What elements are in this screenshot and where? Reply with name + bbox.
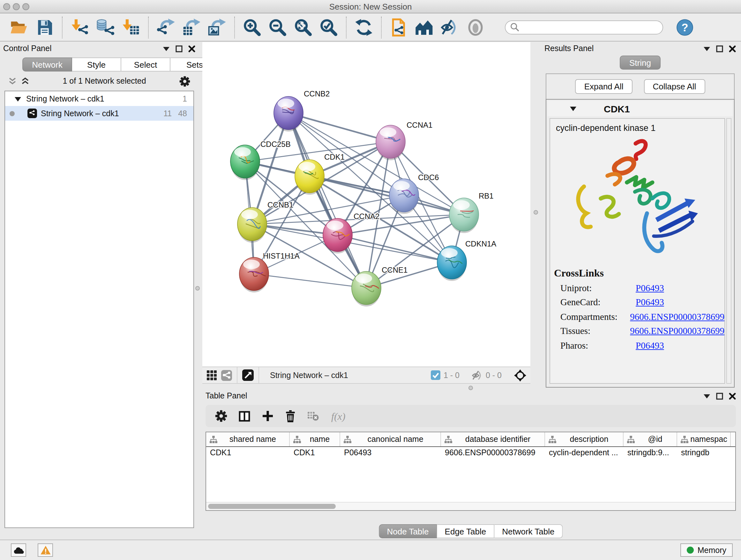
open-session-icon[interactable]: [9, 17, 29, 37]
search-box[interactable]: [505, 20, 663, 34]
save-session-icon[interactable]: [35, 17, 55, 37]
column-header-description[interactable]: description: [545, 432, 623, 446]
table-cell[interactable]: 9606.ENSP00000378699: [441, 447, 545, 460]
birds-eye-view-icon[interactable]: [242, 369, 254, 381]
table-cell[interactable]: CDK1: [290, 447, 340, 460]
network-view[interactable]: CCNB2 CCNA1 CDC25B CDK1 CDC6 RB1 CCNB1: [202, 42, 530, 367]
undock-panel-icon[interactable]: [176, 45, 183, 52]
table-cell[interactable]: stringdb: [677, 447, 731, 460]
tab-network-table[interactable]: Network Table: [494, 524, 562, 538]
column-header--id[interactable]: @id: [623, 432, 677, 446]
memory-button[interactable]: Memory: [680, 543, 733, 557]
crosslink-link[interactable]: 9606.ENSP00000378699: [630, 311, 724, 322]
zoom-fit-icon[interactable]: [293, 17, 313, 37]
tab-style[interactable]: Style: [72, 57, 121, 71]
protein-card-scrollbar[interactable]: [726, 118, 731, 384]
show-columns-icon[interactable]: [238, 410, 251, 422]
import-database-icon[interactable]: [95, 17, 116, 37]
column-header-namespac[interactable]: namespac: [677, 432, 731, 446]
close-panel-icon[interactable]: [188, 45, 195, 52]
help-icon[interactable]: ?: [675, 17, 695, 37]
toolbar-separator: [381, 16, 382, 38]
grid-view-icon[interactable]: [206, 369, 218, 381]
crosslink-link[interactable]: P06493: [636, 283, 664, 294]
collapse-all-networks-icon[interactable]: [8, 77, 17, 85]
undock-panel-icon[interactable]: [716, 392, 723, 399]
toolbar-separator: [148, 16, 149, 38]
protein-card-header[interactable]: CDK1: [548, 101, 733, 116]
network-canvas[interactable]: CCNB2 CCNA1 CDC25B CDK1 CDC6 RB1 CCNB1: [202, 42, 530, 367]
collection-disclosure-icon[interactable]: [14, 96, 22, 102]
tab-node-table[interactable]: Node Table: [379, 524, 437, 538]
table-row[interactable]: CDK1CDK1P064939606.ENSP00000378699cyclin…: [206, 447, 735, 460]
warning-icon: [40, 545, 51, 555]
collapse-all-button[interactable]: Collapse All: [644, 79, 705, 94]
close-panel-icon[interactable]: [729, 392, 736, 399]
network-node-CCNE1[interactable]: CCNE1: [352, 266, 408, 307]
table-cell[interactable]: CDK1: [206, 447, 290, 460]
create-column-icon[interactable]: [262, 410, 274, 422]
network-edge[interactable]: [288, 113, 366, 288]
network-options-gear-icon[interactable]: [179, 76, 190, 86]
network-collection-row[interactable]: String Network – cdk1 1: [5, 91, 193, 106]
column-header-database-identifier[interactable]: database identifier: [441, 432, 545, 446]
export-table-icon[interactable]: [181, 17, 202, 37]
float-panel-icon[interactable]: [703, 393, 711, 399]
table-settings-gear-icon[interactable]: [215, 410, 227, 422]
tab-network[interactable]: Network: [22, 57, 72, 71]
network-node-CCNA1[interactable]: CCNA1: [376, 121, 432, 160]
horizontal-splitter-grip[interactable]: [468, 386, 473, 390]
crosslink-link[interactable]: P06493: [636, 297, 664, 308]
float-panel-icon[interactable]: [703, 46, 711, 51]
delete-column-icon[interactable]: [285, 410, 296, 422]
expand-all-networks-icon[interactable]: [21, 77, 29, 85]
table-horizontal-scrollbar[interactable]: [206, 502, 735, 510]
undock-panel-icon[interactable]: [716, 45, 723, 52]
zoom-selected-icon[interactable]: [319, 17, 339, 37]
cloud-status-button[interactable]: [11, 543, 26, 557]
table-cell[interactable]: stringdb:9...: [623, 447, 677, 460]
navigator-crosshair-icon[interactable]: [514, 369, 527, 381]
protein-name: CDK1: [604, 103, 630, 114]
float-panel-icon[interactable]: [163, 46, 170, 51]
network-row[interactable]: String Network – cdk1 11 48: [5, 106, 193, 121]
crosslink-link[interactable]: 9606.ENSP00000378699: [630, 326, 724, 336]
right-splitter-grip[interactable]: [534, 210, 538, 214]
crosslink-link[interactable]: P06493: [636, 340, 664, 351]
network-node-HIST1H1A[interactable]: HIST1H1A: [239, 252, 300, 293]
network-node-RB1[interactable]: RB1: [449, 192, 494, 233]
apply-layout-icon[interactable]: [354, 17, 374, 37]
expand-all-button[interactable]: Expand All: [576, 79, 632, 94]
import-network-icon[interactable]: [70, 17, 90, 37]
column-type-icon: [343, 435, 352, 443]
network-node-CDC6[interactable]: CDC6: [389, 173, 439, 214]
show-hide-icon[interactable]: [440, 17, 460, 37]
search-input[interactable]: [520, 22, 663, 32]
network-node-CDKN1A[interactable]: CDKN1A: [437, 240, 496, 281]
export-network-icon[interactable]: [156, 17, 176, 37]
column-header-name[interactable]: name: [290, 432, 340, 446]
network-from-selection-icon[interactable]: [389, 17, 409, 37]
tab-select[interactable]: Select: [121, 57, 171, 71]
network-edge[interactable]: [254, 274, 366, 288]
network-node-CCNB1[interactable]: CCNB1: [238, 200, 293, 243]
table-cell[interactable]: cyclin-dependent ...: [545, 447, 623, 460]
zoom-in-icon[interactable]: [242, 17, 262, 37]
tab-string[interactable]: String: [620, 56, 661, 70]
column-type-icon: [209, 435, 218, 443]
column-header-shared-name[interactable]: shared name: [206, 432, 290, 446]
string-query-icon[interactable]: [414, 17, 434, 37]
warnings-button[interactable]: [38, 543, 53, 557]
close-panel-icon[interactable]: [729, 45, 736, 52]
protein-disclosure-icon[interactable]: [569, 105, 577, 112]
left-splitter-grip[interactable]: [195, 286, 200, 291]
table-cell[interactable]: P06493: [340, 447, 441, 460]
zoom-out-icon[interactable]: [267, 17, 288, 37]
column-header-canonical-name[interactable]: canonical name: [340, 432, 441, 446]
table-scrollbar-thumb[interactable]: [208, 504, 336, 509]
import-table-icon[interactable]: [121, 17, 141, 37]
tab-edge-table[interactable]: Edge Table: [437, 524, 495, 538]
network-view-type-icon[interactable]: [221, 369, 232, 381]
export-image-icon[interactable]: [207, 17, 227, 37]
column-type-icon: [444, 435, 453, 443]
